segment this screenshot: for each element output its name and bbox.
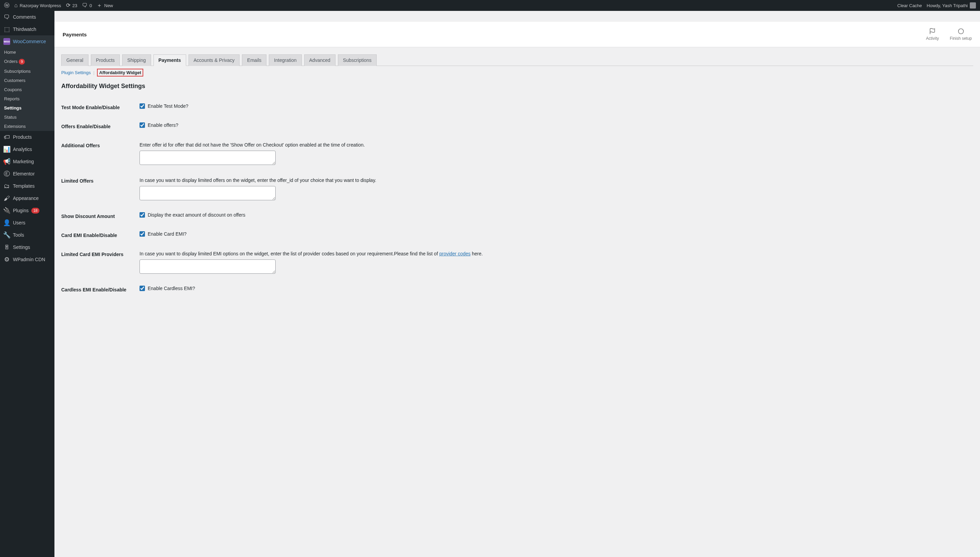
plug-icon: 🔌	[3, 207, 10, 214]
brush-icon: 🖌	[3, 195, 10, 202]
tab-accounts[interactable]: Accounts & Privacy	[188, 54, 240, 66]
submenu-item-home[interactable]: Home	[0, 47, 54, 57]
home-icon: ⌂	[14, 3, 18, 8]
flag-icon	[929, 28, 936, 35]
comments-link[interactable]: 🗨0	[82, 3, 92, 8]
field-label-test-mode: Test Mode Enable/Disable	[61, 98, 136, 117]
sidebar-item-label: Marketing	[13, 159, 34, 164]
provider-codes-link[interactable]: provider codes	[439, 251, 470, 256]
card-emi-checkbox[interactable]	[139, 231, 145, 237]
tab-integration[interactable]: Integration	[269, 54, 302, 66]
shield-icon: ⬚	[3, 26, 10, 33]
sidebar-item-label: Tools	[13, 232, 24, 238]
limited-card-emi-desc: In case you want to display limited EMI …	[139, 250, 970, 257]
cardless-emi-checkbox[interactable]	[139, 286, 145, 291]
sidebar-item-analytics[interactable]: 📊Analytics	[0, 143, 54, 155]
new-link[interactable]: ＋New	[96, 3, 113, 8]
submenu-item-coupons[interactable]: Coupons	[0, 85, 54, 94]
wp-logo[interactable]: ⓦ	[4, 3, 10, 8]
tab-subscriptions[interactable]: Subscriptions	[338, 54, 377, 66]
test-mode-checkbox[interactable]	[139, 103, 145, 109]
sidebar-item-marketing[interactable]: 📢Marketing	[0, 155, 54, 168]
submenu-item-settings[interactable]: Settings	[0, 103, 54, 112]
submenu-item-customers[interactable]: Customers	[0, 76, 54, 85]
tab-shipping[interactable]: Shipping	[122, 54, 151, 66]
plus-icon: ＋	[96, 3, 102, 8]
tab-products[interactable]: Products	[91, 54, 120, 66]
sidebar-item-label: Settings	[13, 244, 30, 250]
folder-icon: 🗂	[3, 182, 10, 189]
svg-point-1	[958, 29, 963, 34]
limited-card-emi-input[interactable]	[139, 259, 276, 274]
sidebar-item-label: WPadmin CDN	[13, 257, 45, 262]
sidebar-item-settings[interactable]: 🎚Settings	[0, 241, 54, 253]
wrench-icon: 🔧	[3, 231, 10, 238]
sidebar-item-comments[interactable]: 🗨Comments	[0, 11, 54, 23]
card-emi-checkbox-label: Enable Card EMI?	[148, 231, 186, 237]
refresh-icon: ⟳	[66, 3, 70, 8]
submenu-item-subscriptions[interactable]: Subscriptions	[0, 67, 54, 76]
comments-count: 0	[90, 3, 92, 8]
show-discount-checkbox-label: Display the exact amount of discount on …	[148, 212, 245, 218]
tab-advanced[interactable]: Advanced	[304, 54, 335, 66]
new-label: New	[104, 3, 113, 8]
sidebar-item-elementor[interactable]: ⒺElementor	[0, 168, 54, 180]
sidebar-item-label: Analytics	[13, 147, 32, 152]
sidebar-item-plugins[interactable]: 🔌Plugins 18	[0, 204, 54, 217]
field-label-offers: Offers Enable/Disable	[61, 117, 136, 136]
field-label-card-emi: Card EMI Enable/Disable	[61, 226, 136, 245]
sidebar-item-wpadmin-cdn[interactable]: ⚙WPadmin CDN	[0, 253, 54, 265]
field-label-show-discount: Show Discount Amount	[61, 207, 136, 226]
tab-general[interactable]: General	[61, 54, 88, 66]
limited-offers-input[interactable]	[139, 186, 276, 200]
field-label-limited-offers: Limited Offers	[61, 171, 136, 207]
finish-setup-label: Finish setup	[950, 36, 972, 41]
tab-payments[interactable]: Payments	[154, 54, 186, 66]
sidebar-item-templates[interactable]: 🗂Templates	[0, 180, 54, 192]
clear-cache-label: Clear Cache	[897, 3, 922, 8]
site-name-link[interactable]: ⌂Razorpay Wordpress	[14, 3, 61, 8]
sidebar-item-appearance[interactable]: 🖌Appearance	[0, 192, 54, 204]
comment-icon: 🗨	[82, 3, 87, 8]
comment-icon: 🗨	[3, 14, 10, 20]
account-link[interactable]: Howdy, Yash Tripathi	[926, 2, 976, 8]
wordpress-icon: ⓦ	[4, 3, 10, 8]
additional-offers-input[interactable]	[139, 151, 276, 165]
field-label-cardless-emi: Cardless EMI Enable/Disable	[61, 280, 136, 299]
finish-setup-button[interactable]: Finish setup	[950, 28, 972, 41]
settings-heading: Affordability Widget Settings	[61, 83, 973, 90]
field-label-limited-card-emi: Limited Card EMI Providers	[61, 245, 136, 280]
orders-count-badge: 9	[19, 59, 25, 65]
tab-emails[interactable]: Emails	[242, 54, 266, 66]
offers-checkbox-label: Enable offers?	[148, 122, 178, 128]
sidebar-item-label: Appearance	[13, 195, 39, 201]
tabs-container: General Products Shipping Payments Accou…	[54, 47, 980, 66]
sidebar-item-products[interactable]: 🏷Products	[0, 131, 54, 143]
sidebar-item-woocommerce[interactable]: wooWooCommerce	[0, 35, 54, 47]
sidebar-item-label: Thirdwatch	[13, 26, 36, 32]
submenu-item-status[interactable]: Status	[0, 112, 54, 122]
show-discount-checkbox[interactable]	[139, 212, 145, 218]
submenu-item-label: Orders	[4, 59, 18, 64]
clear-cache-link[interactable]: Clear Cache	[897, 3, 922, 8]
sidebar-item-label: Plugins	[13, 208, 29, 213]
sidebar-item-users[interactable]: 👤Users	[0, 217, 54, 229]
user-icon: 👤	[3, 219, 10, 226]
activity-button[interactable]: Activity	[926, 28, 939, 41]
sidebar-item-tools[interactable]: 🔧Tools	[0, 229, 54, 241]
subtab-affordability-widget[interactable]: Affordability Widget	[97, 69, 143, 77]
sidebar-item-thirdwatch[interactable]: ⬚Thirdwatch	[0, 23, 54, 35]
subtab-plugin-settings[interactable]: Plugin Settings	[61, 70, 91, 75]
page-header: Payments Activity Finish setup	[54, 22, 980, 47]
submenu-item-orders[interactable]: Orders 9	[0, 57, 54, 67]
admin-sidebar: 🗨Comments ⬚Thirdwatch wooWooCommerce Hom…	[0, 11, 54, 313]
sidebar-item-label: Products	[13, 134, 32, 140]
elementor-icon: Ⓔ	[3, 170, 10, 177]
sidebar-item-label: Comments	[13, 14, 36, 20]
offers-checkbox[interactable]	[139, 122, 145, 128]
sidebar-item-label: Users	[13, 220, 26, 225]
submenu-item-extensions[interactable]: Extensions	[0, 122, 54, 131]
updates-link[interactable]: ⟳23	[66, 3, 77, 8]
submenu-item-reports[interactable]: Reports	[0, 94, 54, 103]
limited-offers-desc: In case you want to display limited offe…	[139, 177, 970, 184]
